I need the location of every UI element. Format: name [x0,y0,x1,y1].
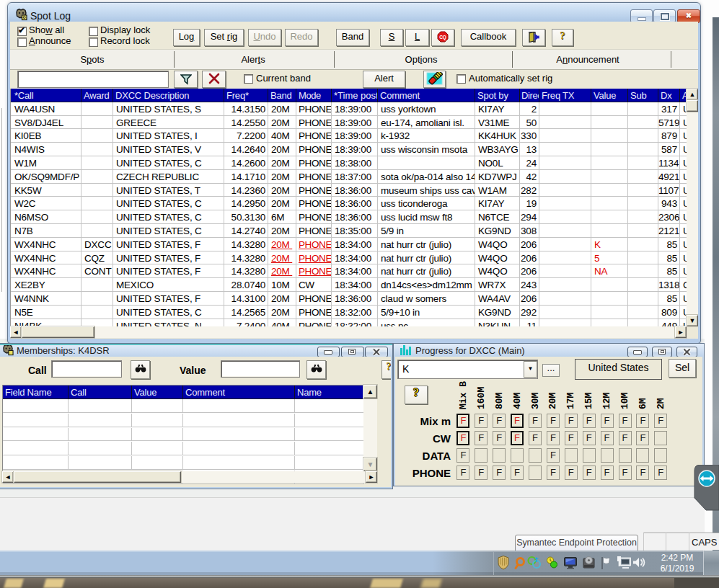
svg-text:CQ: CQ [439,35,446,40]
